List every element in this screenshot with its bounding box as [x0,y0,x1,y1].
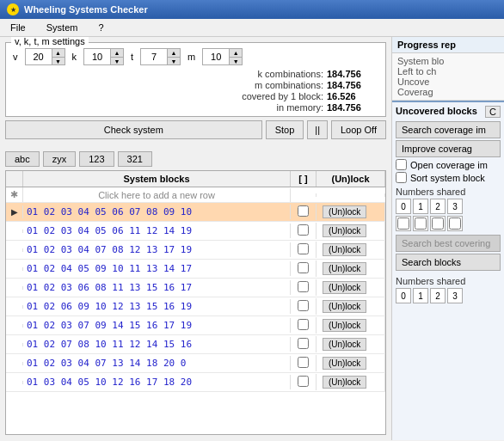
row-check-input[interactable] [298,300,309,311]
row-numbers: 01 02 04 05 09 10 11 13 14 17 [23,261,291,276]
open-coverage-check[interactable] [396,159,407,170]
m-spinbox[interactable]: ▲ ▼ [202,48,243,65]
sort-zyx-button[interactable]: zyx [43,151,77,167]
row-checkbox[interactable] [291,242,317,258]
menu-system[interactable]: System [41,21,83,34]
ns1-check-1[interactable] [413,216,428,231]
new-row[interactable]: ✱ Click here to add a new row [6,187,385,203]
menu-file[interactable]: File [5,21,31,34]
new-row-indicator: ✱ [6,187,23,202]
sort-123-button[interactable]: 123 [79,151,114,167]
table-row[interactable]: 01 02 07 08 10 11 12 14 15 16 (Un)lock [6,335,385,354]
row-check-input[interactable] [298,224,309,236]
row-unlock-cell: (Un)lock [317,260,385,278]
sort-abc-button[interactable]: abc [5,151,40,167]
unlock-button[interactable]: (Un)lock [323,300,366,313]
k-up[interactable]: ▲ [111,49,123,57]
ns2-num-0: 0 [396,288,411,303]
table-row[interactable]: ▶ 01 02 03 04 05 06 07 08 09 10 (Un)lock [6,203,385,222]
ns1-cb-3[interactable] [449,217,461,230]
row-checkbox[interactable] [291,223,317,239]
row-check-input[interactable] [298,338,309,349]
k-comb-label: k combinations: [258,69,323,79]
unlock-button[interactable]: (Un)lock [323,243,366,256]
pause-button[interactable]: || [307,120,328,139]
unlock-button[interactable]: (Un)lock [323,376,366,389]
t-down[interactable]: ▼ [168,57,180,64]
t-input[interactable] [141,51,167,63]
sort-321-button[interactable]: 321 [118,151,152,167]
v-spinbox[interactable]: ▲ ▼ [25,48,65,65]
row-indicator [6,381,23,384]
v-down[interactable]: ▼ [52,57,65,64]
ns1-cb-0[interactable] [397,217,409,230]
m-down[interactable]: ▼ [230,57,242,64]
row-checkbox[interactable] [291,374,317,390]
search-coverage-button[interactable]: Search coverage im [396,121,501,138]
table-row[interactable]: 01 02 03 04 07 13 14 18 20 0 (Un)lock [6,354,385,373]
row-checkbox[interactable] [291,336,317,352]
ns1-check-3[interactable] [447,216,463,231]
row-unlock-cell: (Un)lock [317,335,385,353]
row-checkbox[interactable] [291,204,317,220]
k-down[interactable]: ▼ [111,57,123,64]
stop-button[interactable]: Stop [266,120,304,139]
t-spinbox[interactable]: ▲ ▼ [140,48,181,65]
row-check-input[interactable] [298,262,309,273]
unlock-button[interactable]: (Un)lock [323,262,366,275]
new-row-unlock [317,193,385,197]
unlock-button[interactable]: (Un)lock [323,205,366,218]
table-row[interactable]: 01 02 03 06 08 11 13 15 16 17 (Un)lock [6,279,385,297]
table-row[interactable]: 01 02 03 04 07 08 12 13 17 19 (Un)lock [6,241,385,260]
m-up[interactable]: ▲ [230,49,242,57]
table-row[interactable]: 01 03 04 05 10 12 16 17 18 20 (Un)lock [6,373,385,392]
row-checkbox[interactable] [291,298,317,315]
row-checkbox[interactable] [291,260,317,277]
row-checkbox[interactable] [291,355,317,371]
ns1-check-2[interactable] [430,216,446,231]
table-row[interactable]: 01 02 04 05 09 10 11 13 14 17 (Un)lock [6,260,385,279]
table-row[interactable]: 01 02 03 04 05 06 11 12 14 19 (Un)lock [6,222,385,241]
col-indicator [6,171,23,187]
ns1-cb-1[interactable] [415,217,427,230]
ns1-check-0[interactable] [396,216,411,231]
coverage-tab[interactable]: C [485,106,501,118]
row-checkbox[interactable] [291,317,317,334]
m-input[interactable] [203,51,229,63]
v-up[interactable]: ▲ [52,49,65,57]
app-title: Wheeling Systems Checker [24,4,148,15]
unlock-button[interactable]: (Un)lock [323,357,366,370]
row-indicator [6,305,23,309]
row-indicator [6,362,23,365]
unlock-button[interactable]: (Un)lock [323,338,366,351]
search-blocks-button[interactable]: Search blocks [396,254,501,271]
row-check-input[interactable] [298,357,309,368]
new-row-text[interactable]: Click here to add a new row [23,188,291,202]
check-system-button[interactable]: Check system [5,120,262,139]
unlock-button[interactable]: (Un)lock [323,224,366,237]
ns1-num-0: 0 [396,199,411,214]
row-check-input[interactable] [298,205,309,217]
k-spinbox[interactable]: ▲ ▼ [83,48,124,65]
table-row[interactable]: 01 02 03 07 09 14 15 16 17 19 (Un)lock [6,316,385,335]
ns1-num-2: 2 [430,199,446,214]
row-check-input[interactable] [298,376,309,387]
unlock-button[interactable]: (Un)lock [323,319,366,332]
table-row[interactable]: 01 02 06 09 10 12 13 15 16 19 (Un)lock [6,297,385,316]
k-input[interactable] [84,51,110,63]
row-check-input[interactable] [298,319,309,330]
new-row-check [291,193,317,197]
menu-help[interactable]: ? [93,21,108,34]
loop-off-button[interactable]: Loop Off [331,120,386,139]
v-input[interactable] [26,51,52,63]
row-checkbox[interactable] [291,279,317,296]
t-up[interactable]: ▲ [168,49,180,57]
row-check-input[interactable] [298,281,309,292]
improve-coverage-button[interactable]: Improve coverag [396,140,501,157]
row-check-input[interactable] [298,243,309,254]
ns1-cb-2[interactable] [432,217,444,230]
search-best-button[interactable]: Search best covering [396,235,501,252]
k-comb-value: 184.756 [327,69,378,79]
sort-system-check[interactable] [396,172,407,183]
unlock-button[interactable]: (Un)lock [323,281,366,294]
